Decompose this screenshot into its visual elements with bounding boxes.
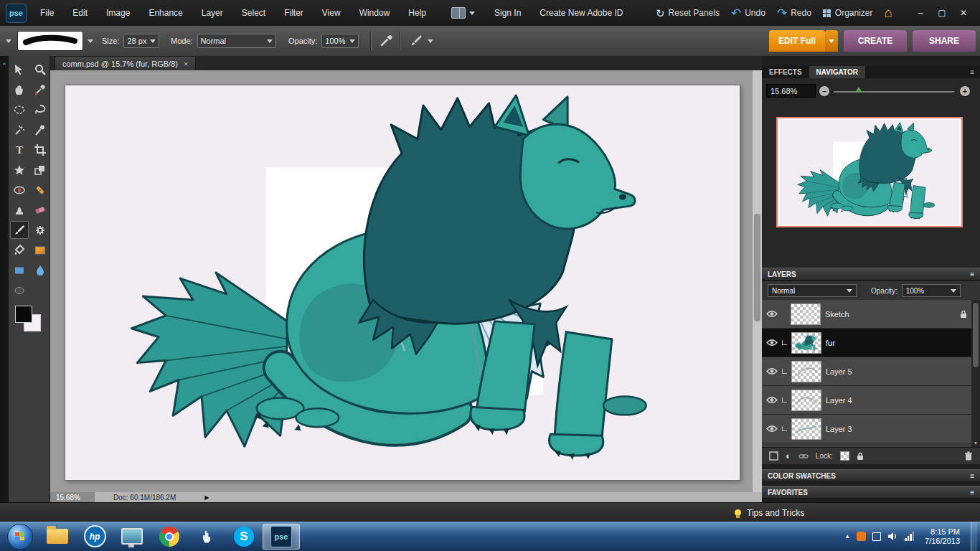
layer-row-4[interactable]: Layer 4 xyxy=(762,386,971,415)
layer-thumbnail[interactable] xyxy=(791,390,821,411)
zoom-slider-track[interactable] xyxy=(834,91,954,93)
status-expand-arrow-icon[interactable]: ▶ xyxy=(204,494,209,501)
edit-full-button[interactable]: EDIT Full xyxy=(769,30,825,52)
eyedropper-tool[interactable] xyxy=(31,80,50,98)
tab-navigator[interactable]: NAVIGATOR xyxy=(809,66,865,78)
panel-menu-icon[interactable]: ≡ xyxy=(964,66,980,78)
taskbar-hp-button[interactable]: hp xyxy=(76,524,113,550)
brush-stroke-preview[interactable] xyxy=(17,31,83,51)
tab-close-icon[interactable]: × xyxy=(184,60,188,68)
undo-button[interactable]: ↶ Undo xyxy=(731,7,765,19)
minimize-button[interactable]: – xyxy=(911,6,930,20)
menu-file[interactable]: File xyxy=(31,0,63,26)
panel-collapse-rail[interactable]: « xyxy=(0,56,9,502)
tray-expand-icon[interactable]: ▲ xyxy=(844,533,850,540)
crop-tool[interactable] xyxy=(31,141,50,159)
network-signal-icon[interactable] xyxy=(905,532,914,541)
menu-help[interactable]: Help xyxy=(399,0,435,26)
panel-menu-icon[interactable]: ≡ xyxy=(970,270,974,278)
visibility-eye-icon[interactable] xyxy=(766,339,778,347)
brush-picker-chevron-icon[interactable] xyxy=(88,39,93,43)
blend-mode-dropdown[interactable]: Normal xyxy=(197,34,276,48)
layer-opacity-dropdown[interactable]: 100% xyxy=(902,284,961,297)
layer-name[interactable]: fur xyxy=(826,339,835,347)
taskbar-pse-button[interactable]: pse xyxy=(263,524,300,550)
tray-orange-app-icon[interactable] xyxy=(857,532,866,541)
canvas-vertical-scrollbar[interactable] xyxy=(752,70,762,492)
tips-link[interactable]: Tips and Tricks xyxy=(747,508,804,518)
layer-row-3[interactable]: Layer 3 xyxy=(762,415,971,443)
layers-scrollbar[interactable]: ▼ xyxy=(971,300,980,447)
foreground-color-chip[interactable] xyxy=(15,306,32,323)
maximize-button[interactable]: ▢ xyxy=(933,6,951,20)
lock-all-icon[interactable] xyxy=(857,452,864,461)
zoom-tool[interactable] xyxy=(31,60,50,78)
canvas-image[interactable] xyxy=(65,85,740,481)
shape-stack-tool[interactable] xyxy=(31,161,50,179)
opacity-dropdown[interactable]: 100% xyxy=(321,34,358,48)
edit-mode-chevron[interactable] xyxy=(825,30,838,52)
taskbar-touch-app-button[interactable] xyxy=(188,524,225,550)
redo-button[interactable]: ↷ Redo xyxy=(777,7,811,19)
clone-stamp-tool[interactable] xyxy=(10,201,29,219)
tray-app-icon[interactable] xyxy=(872,532,881,541)
tablet-brush-options[interactable] xyxy=(409,26,433,56)
zoom-in-button[interactable]: + xyxy=(960,86,970,96)
close-button[interactable]: ✕ xyxy=(954,6,973,20)
menu-select[interactable]: Select xyxy=(232,0,275,26)
create-adobe-id-link[interactable]: Create New Adobe ID xyxy=(530,0,632,26)
visibility-eye-icon[interactable] xyxy=(766,310,778,318)
reset-panels-button[interactable]: ↻ Reset Panels xyxy=(656,8,720,19)
workspace-layout-picker[interactable] xyxy=(451,7,475,19)
taskbar-chrome-button[interactable] xyxy=(151,524,188,550)
layer-name[interactable]: Sketch xyxy=(825,310,849,319)
share-button[interactable]: SHARE xyxy=(913,30,976,52)
smart-brush-tool[interactable] xyxy=(31,221,50,239)
zoom-slider-thumb[interactable] xyxy=(855,87,862,93)
start-button[interactable] xyxy=(7,524,33,550)
new-layer-icon[interactable] xyxy=(769,451,778,461)
layer-thumbnail[interactable] xyxy=(791,303,821,325)
menu-enhance[interactable]: Enhance xyxy=(139,0,192,26)
layer-name[interactable]: Layer 5 xyxy=(826,367,852,376)
zoom-out-button[interactable]: – xyxy=(819,86,829,96)
link-layers-icon[interactable] xyxy=(798,453,809,460)
rectangle-tool[interactable] xyxy=(10,261,29,279)
menu-filter[interactable]: Filter xyxy=(275,0,313,26)
visibility-eye-icon[interactable] xyxy=(766,396,778,404)
zoom-level[interactable]: 15.68% xyxy=(50,492,95,502)
layers-panel-header[interactable]: LAYERS ≡ xyxy=(762,268,980,281)
layer-row-sketch[interactable]: Sketch xyxy=(762,300,971,329)
gradient-tool[interactable] xyxy=(31,241,50,259)
marquee-tool[interactable] xyxy=(10,100,29,118)
home-button[interactable]: ⌂ xyxy=(885,5,892,21)
tab-effects[interactable]: EFFECTS xyxy=(762,66,809,78)
navigator-proxy-view[interactable] xyxy=(776,117,963,227)
panel-menu-icon[interactable]: ≡ xyxy=(970,489,974,496)
visibility-eye-icon[interactable] xyxy=(766,367,778,375)
layer-thumbnail[interactable] xyxy=(791,361,821,382)
layer-thumbnail[interactable] xyxy=(791,418,821,440)
type-tool[interactable]: T xyxy=(10,141,29,159)
menu-view[interactable]: View xyxy=(313,0,350,26)
taskbar-clock[interactable]: 8:15 PM 7/16/2013 xyxy=(925,527,960,546)
organizer-button[interactable]: Organizer xyxy=(823,8,873,18)
healing-brush-tool[interactable] xyxy=(31,181,50,199)
color-swatches-panel-header[interactable]: COLOR SWATCHES ≡ xyxy=(762,469,980,482)
menu-window[interactable]: Window xyxy=(350,0,400,26)
airbrush-toggle[interactable] xyxy=(379,26,393,56)
taskbar-skype-button[interactable]: S xyxy=(225,524,263,550)
layer-name[interactable]: Layer 4 xyxy=(826,396,852,405)
blur-tool[interactable] xyxy=(31,261,50,279)
brush-tool[interactable] xyxy=(10,221,29,239)
taskbar-monitor-button[interactable] xyxy=(113,524,151,550)
new-adjustment-layer-icon[interactable]: ◐ xyxy=(786,451,791,461)
brush-size-dropdown[interactable]: 28 px xyxy=(123,34,159,48)
tool-options-chevron-icon[interactable] xyxy=(6,39,11,43)
lasso-tool[interactable] xyxy=(31,100,50,118)
layer-row-fur[interactable]: fur xyxy=(762,329,971,357)
canvas-area[interactable] xyxy=(50,70,762,492)
layer-row-5[interactable]: Layer 5 xyxy=(762,357,971,386)
menu-image[interactable]: Image xyxy=(97,0,139,26)
move-tool[interactable] xyxy=(10,60,29,78)
